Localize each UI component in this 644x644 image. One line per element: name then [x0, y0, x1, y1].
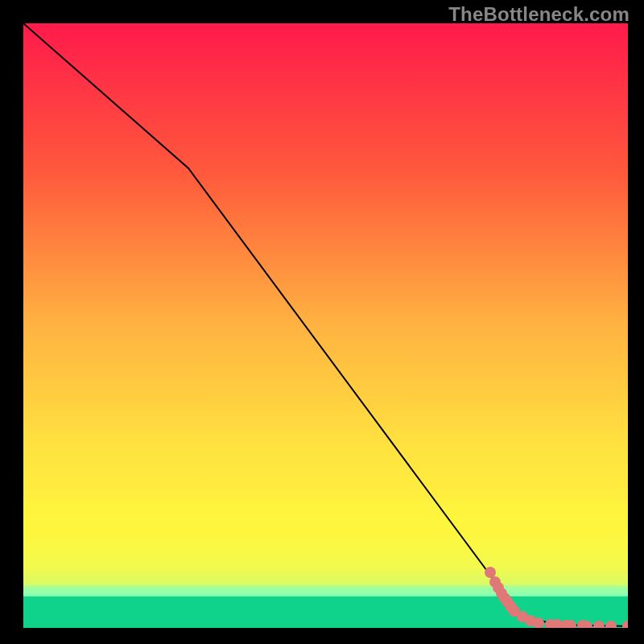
plot-area [23, 23, 628, 628]
frame: TheBottleneck.com [0, 0, 644, 644]
scatter-point [485, 567, 496, 578]
yellow-band [23, 501, 628, 585]
attribution-label: TheBottleneck.com [448, 3, 630, 26]
chart-svg [23, 23, 628, 628]
